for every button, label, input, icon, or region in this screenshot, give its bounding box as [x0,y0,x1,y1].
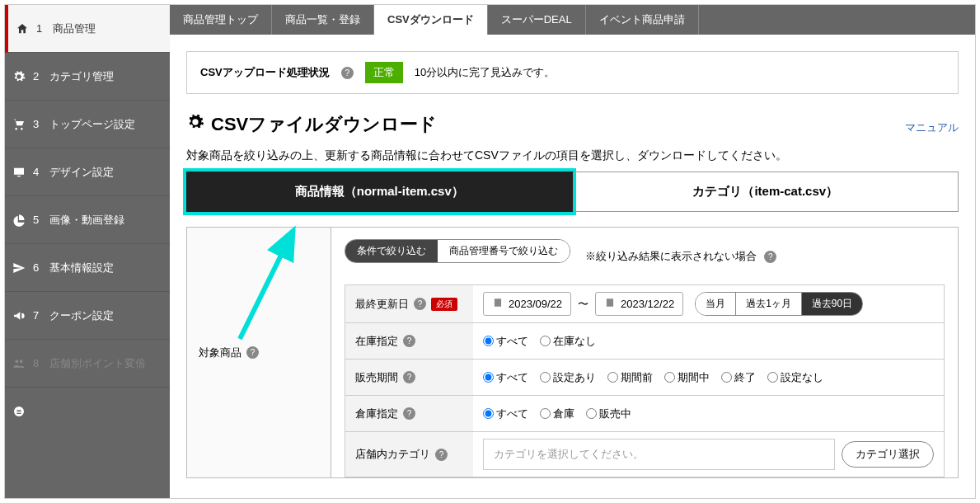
cart-icon [5,118,33,131]
sidebar-item-toppage[interactable]: 3 トップページ設定 [5,101,170,148]
users-icon [5,357,33,370]
period-label: 販売期間 ? [345,360,473,395]
required-badge: 必須 [431,298,457,311]
help-icon[interactable]: ? [414,298,426,310]
category-label: 店舗内カテゴリ ? [345,432,473,477]
filter-panel: 対象商品 ? 条件で絞り込む 商品管理番号で絞り込む ※絞り込み結果に表示されな… [186,227,959,478]
monitor-icon [5,166,33,179]
help-icon[interactable]: ? [403,407,415,420]
tab-normal-item[interactable]: 商品情報（normal-item.csv） [186,172,573,212]
period-end[interactable]: 終了 [721,370,756,385]
calendar-icon [492,297,504,311]
target-product-label: 対象商品 [199,346,241,360]
sidebar-label: カテゴリ管理 [49,69,114,84]
help-icon[interactable]: ? [435,449,448,461]
sidebar: 1 商品管理 2 カテゴリ管理 3 トップページ設定 4 デザイン設定 5 画像… [5,5,170,498]
status-badge: 正常 [365,62,403,83]
megaphone-icon [5,309,33,322]
sidebar-item-media[interactable]: 5 画像・動画登録 [5,196,170,244]
svg-rect-3 [16,413,21,414]
upload-status-bar: CSVアップロード処理状況 ? 正常 10分以内に完了見込みです。 [186,51,959,94]
manual-link[interactable]: マニュアル [905,120,959,135]
sidebar-label: 画像・動画登録 [49,213,124,228]
svg-rect-1 [16,410,21,411]
period-all[interactable]: すべて [483,370,528,385]
sidebar-label: 商品管理 [53,21,96,36]
tab-item-cat[interactable]: カテゴリ（item-cat.csv） [573,172,959,212]
help-icon[interactable]: ? [764,251,776,263]
sidebar-num: 3 [33,118,49,130]
sidebar-label: トップページ設定 [49,117,135,132]
send-icon [5,261,33,275]
sidebar-label: クーポン設定 [49,308,114,323]
sidebar-num: 2 [33,70,49,82]
category-select-button[interactable]: カテゴリ選択 [842,441,934,468]
help-icon[interactable]: ? [403,335,415,347]
sidebar-item-products[interactable]: 1 商品管理 [5,5,170,53]
sidebar-label: 基本情報設定 [49,261,114,275]
status-label: CSVアップロード処理状況 [200,65,330,80]
calendar-icon [604,297,616,311]
sidebar-num: 1 [36,22,53,35]
stock-radio-group: すべて 在庫なし [483,334,596,349]
warehouse-label: 倉庫指定 ? [345,396,473,431]
period-set[interactable]: 設定あり [540,370,596,385]
period-during[interactable]: 期間中 [664,370,710,385]
pie-icon [5,214,33,227]
tab-event[interactable]: イベント商品申請 [586,5,699,35]
tab-csvdl[interactable]: CSVダウンロード [374,5,488,35]
page-description: 対象商品を絞り込みの上、更新する商品情報に合わせてCSVファイルの項目を選択し、… [186,148,959,163]
filter-mode-toggle: 条件で絞り込む 商品管理番号で絞り込む [345,239,570,263]
list-icon [5,405,33,418]
date-separator: 〜 [578,297,588,312]
sidebar-num: 4 [33,166,49,178]
svg-rect-2 [16,411,21,412]
filter-by-condition[interactable]: 条件で絞り込む [345,240,438,262]
wh-selling[interactable]: 販売中 [586,407,631,421]
period-notset[interactable]: 設定なし [767,370,823,385]
date-from-text: 2023/09/22 [509,298,562,310]
help-icon[interactable]: ? [246,346,259,359]
page-title: CSVファイルダウンロード [186,112,437,137]
stock-all[interactable]: すべて [483,334,528,349]
date-range-buttons: 当月 過去1ヶ月 過去90日 [695,292,863,316]
gear-icon [5,70,33,83]
stock-label: 在庫指定 ? [345,323,473,359]
warehouse-radio-group: すべて 倉庫 販売中 [483,407,631,421]
tabbar: 商品管理トップ 商品一覧・登録 CSVダウンロード スーパーDEAL イベント商… [170,5,975,35]
period-before[interactable]: 期間前 [607,370,653,385]
sidebar-num: 7 [33,309,49,322]
sidebar-item-basic[interactable]: 6 基本情報設定 [5,244,170,292]
sidebar-item-design[interactable]: 4 デザイン設定 [5,148,170,196]
sidebar-item-more[interactable] [5,388,170,435]
date-to-input[interactable]: 2023/12/22 [595,292,683,316]
status-text: 10分以内に完了見込みです。 [415,65,555,80]
home-icon [8,22,36,35]
sidebar-item-category[interactable]: 2 カテゴリ管理 [5,53,170,101]
last-update-label: 最終更新日 ? 必須 [345,285,473,322]
date-from-input[interactable]: 2023/09/22 [483,292,571,316]
help-icon[interactable]: ? [403,371,415,383]
sidebar-label: デザイン設定 [49,165,114,180]
sidebar-num: 6 [33,261,49,274]
filter-left-label: 対象商品 ? [187,228,331,477]
wh-all[interactable]: すべて [483,407,528,421]
range-past-90[interactable]: 過去90日 [802,293,862,315]
tab-list[interactable]: 商品一覧・登録 [272,5,374,35]
sidebar-num: 8 [33,357,49,369]
stock-none[interactable]: 在庫なし [540,334,596,349]
gear-icon [186,113,204,136]
tab-top[interactable]: 商品管理トップ [170,5,272,35]
main: 商品管理トップ 商品一覧・登録 CSVダウンロード スーパーDEAL イベント商… [170,5,975,498]
sidebar-item-points[interactable]: 8 店舗別ポイント変倍 [5,340,170,388]
range-past-month[interactable]: 過去1ヶ月 [736,293,802,315]
category-select-display[interactable]: カテゴリを選択してください。 [483,439,835,470]
range-this-month[interactable]: 当月 [696,293,736,315]
sidebar-label: 店舗別ポイント変倍 [49,356,146,371]
help-icon[interactable]: ? [341,67,354,79]
wh-warehouse[interactable]: 倉庫 [540,407,574,421]
csv-type-tabs: 商品情報（normal-item.csv） カテゴリ（item-cat.csv） [186,172,959,212]
sidebar-item-coupon[interactable]: 7 クーポン設定 [5,292,170,340]
tab-superdeal[interactable]: スーパーDEAL [488,5,586,35]
filter-by-number[interactable]: 商品管理番号で絞り込む [438,240,570,262]
